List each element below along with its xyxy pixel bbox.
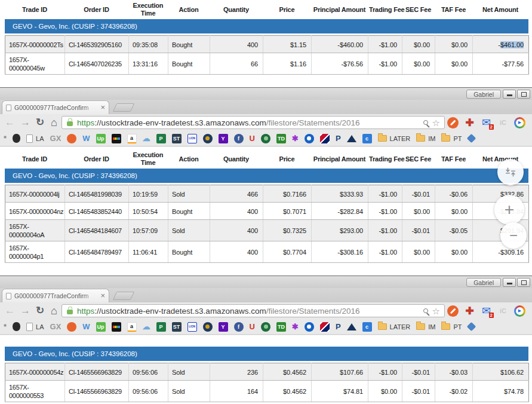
mail-extension-icon[interactable]: ✉2 bbox=[481, 117, 492, 128]
reload-icon[interactable]: ↻ bbox=[36, 116, 44, 129]
profile-button[interactable]: Gabriel bbox=[466, 278, 501, 287]
new-tab-button[interactable] bbox=[113, 292, 135, 300]
asterisk-bookmark-icon[interactable]: * bbox=[4, 322, 7, 332]
play-extension-icon[interactable] bbox=[514, 117, 525, 128]
orange-dot-bookmark-icon[interactable] bbox=[67, 322, 76, 332]
zoom-icon[interactable] bbox=[423, 120, 428, 125]
amazon-bookmark-icon[interactable]: a bbox=[127, 322, 137, 332]
cell-principal: -$460.00 bbox=[312, 36, 368, 53]
minimize-button[interactable] bbox=[503, 90, 516, 99]
amazon-bookmark-icon[interactable]: a bbox=[127, 134, 137, 143]
w-blue-bookmark-icon[interactable]: W bbox=[82, 134, 90, 143]
inactive-extension-icon[interactable]: iC bbox=[497, 305, 509, 317]
bag-bookmark-icon[interactable] bbox=[112, 322, 121, 332]
p-green-bookmark-icon[interactable]: P bbox=[156, 322, 166, 332]
spark-bookmark-icon[interactable]: ✱ bbox=[292, 322, 299, 332]
upwork-bookmark-icon[interactable]: Up bbox=[96, 322, 106, 332]
address-bar[interactable]: https://ustocktrade-env-tradetest.s3.ama… bbox=[61, 116, 445, 129]
clock-cross-extension-icon[interactable]: ✚ bbox=[464, 305, 475, 317]
mail-extension-icon[interactable]: ✉2 bbox=[481, 305, 492, 317]
doc-bookmark-icon[interactable]: LA bbox=[26, 323, 44, 331]
emblem-bookmark-icon[interactable] bbox=[203, 134, 213, 143]
lion-bookmark-icon[interactable]: LION bbox=[187, 134, 197, 143]
clock-cross-extension-icon[interactable]: ✚ bbox=[464, 117, 475, 128]
bookmark-star-icon[interactable]: ☆ bbox=[432, 118, 440, 128]
bag-bookmark-icon[interactable] bbox=[112, 134, 121, 143]
tree-bookmark-icon[interactable] bbox=[261, 322, 270, 332]
address-bar[interactable]: https://ustocktrade-env-tradetest.s3.ama… bbox=[61, 304, 445, 317]
window-titlebar[interactable]: Gabriel bbox=[0, 88, 532, 100]
home-icon[interactable]: ⌂ bbox=[51, 304, 57, 317]
minimize-button[interactable] bbox=[503, 278, 516, 287]
zoom-icon[interactable] bbox=[423, 308, 428, 313]
facebook-bookmark-icon[interactable]: f bbox=[234, 322, 244, 332]
td-bookmark-icon[interactable]: TD bbox=[276, 322, 286, 332]
paypal-bookmark-icon[interactable]: P bbox=[336, 134, 341, 143]
clipped-bookmark-icon[interactable] bbox=[466, 322, 476, 332]
tab-close-icon[interactable]: × bbox=[100, 293, 105, 299]
forward-icon[interactable]: → bbox=[20, 304, 30, 317]
maximize-button[interactable] bbox=[517, 90, 530, 99]
zoom-out-button[interactable]: − bbox=[500, 222, 527, 249]
back-icon[interactable]: ← bbox=[5, 304, 15, 317]
folder-pt-bookmark[interactable]: PT bbox=[441, 135, 462, 142]
tab-close-icon[interactable]: × bbox=[100, 105, 105, 111]
yahoo-bookmark-icon[interactable]: Y bbox=[219, 322, 228, 332]
cloud-bookmark-icon[interactable]: ☁ bbox=[143, 322, 150, 332]
back-icon[interactable]: ← bbox=[5, 116, 15, 129]
asterisk-bookmark-icon[interactable]: * bbox=[4, 134, 7, 143]
c-blue-bookmark-icon[interactable]: c bbox=[362, 322, 372, 332]
st-bookmark-icon[interactable]: ST bbox=[172, 134, 182, 143]
new-tab-button[interactable] bbox=[113, 103, 135, 112]
folder-im-bookmark[interactable]: IM bbox=[416, 323, 435, 330]
u-red-bookmark-icon[interactable]: U bbox=[250, 134, 255, 143]
folder-later-bookmark[interactable]: LATER bbox=[378, 135, 411, 142]
doc-bookmark-icon[interactable]: LA bbox=[26, 134, 44, 143]
clipped-bookmark-icon[interactable] bbox=[466, 134, 476, 143]
emblem-bookmark-icon[interactable] bbox=[203, 322, 213, 332]
apple-bookmark-icon[interactable] bbox=[13, 322, 20, 331]
lion-bookmark-icon[interactable]: LION bbox=[187, 322, 197, 332]
folder-im-bookmark[interactable]: IM bbox=[416, 135, 435, 142]
orange-dot-bookmark-icon[interactable] bbox=[67, 134, 76, 143]
home-icon[interactable]: ⌂ bbox=[51, 116, 57, 129]
bofa-flag-bookmark-icon[interactable] bbox=[320, 322, 330, 332]
triangle-bookmark-icon[interactable] bbox=[347, 135, 356, 142]
folder-later-bookmark[interactable]: LATER bbox=[378, 323, 411, 330]
paypal-bookmark-icon[interactable]: P bbox=[336, 322, 341, 332]
cloud-bookmark-icon[interactable]: ☁ bbox=[143, 134, 150, 143]
zoom-in-button[interactable]: + bbox=[494, 195, 524, 225]
bofa-flag-bookmark-icon[interactable] bbox=[320, 134, 330, 143]
td-bookmark-icon[interactable]: TD bbox=[276, 134, 286, 143]
maximize-button[interactable] bbox=[517, 278, 530, 287]
facebook-bookmark-icon[interactable]: f bbox=[234, 134, 244, 143]
chase-bookmark-icon[interactable] bbox=[305, 134, 314, 143]
st-bookmark-icon[interactable]: ST bbox=[172, 322, 182, 332]
inactive-extension-icon[interactable]: iC bbox=[497, 117, 509, 128]
tree-bookmark-icon[interactable] bbox=[261, 134, 270, 143]
folder-pt-bookmark[interactable]: PT bbox=[441, 323, 462, 330]
reload-icon[interactable]: ↻ bbox=[36, 304, 44, 317]
w-blue-bookmark-icon[interactable]: W bbox=[82, 322, 90, 332]
collapse-control-button[interactable] bbox=[497, 159, 524, 185]
bookmark-star-icon[interactable]: ☆ bbox=[432, 306, 440, 317]
browser-tab[interactable]: G000000977TradeConfirm × bbox=[2, 100, 109, 114]
gx-bookmark-icon[interactable]: GX bbox=[50, 322, 61, 332]
gx-bookmark-icon[interactable]: GX bbox=[50, 134, 61, 143]
forward-icon[interactable]: → bbox=[20, 116, 30, 129]
c-blue-bookmark-icon[interactable]: c bbox=[362, 134, 372, 143]
window-titlebar[interactable]: Gabriel bbox=[0, 276, 532, 288]
chase-bookmark-icon[interactable] bbox=[305, 322, 314, 332]
browser-tab[interactable]: G000000977TradeConfirm × bbox=[2, 289, 109, 302]
brush-extension-icon[interactable] bbox=[447, 117, 459, 128]
yahoo-bookmark-icon[interactable]: Y bbox=[219, 134, 228, 143]
upwork-bookmark-icon[interactable]: Up bbox=[96, 134, 106, 143]
apple-bookmark-icon[interactable] bbox=[13, 134, 20, 143]
profile-button[interactable]: Gabriel bbox=[466, 90, 501, 99]
play-extension-icon[interactable] bbox=[514, 305, 525, 317]
u-red-bookmark-icon[interactable]: U bbox=[250, 322, 255, 332]
brush-extension-icon[interactable] bbox=[447, 305, 459, 317]
spark-bookmark-icon[interactable]: ✱ bbox=[292, 134, 299, 143]
p-green-bookmark-icon[interactable]: P bbox=[156, 134, 166, 143]
triangle-bookmark-icon[interactable] bbox=[347, 323, 356, 330]
